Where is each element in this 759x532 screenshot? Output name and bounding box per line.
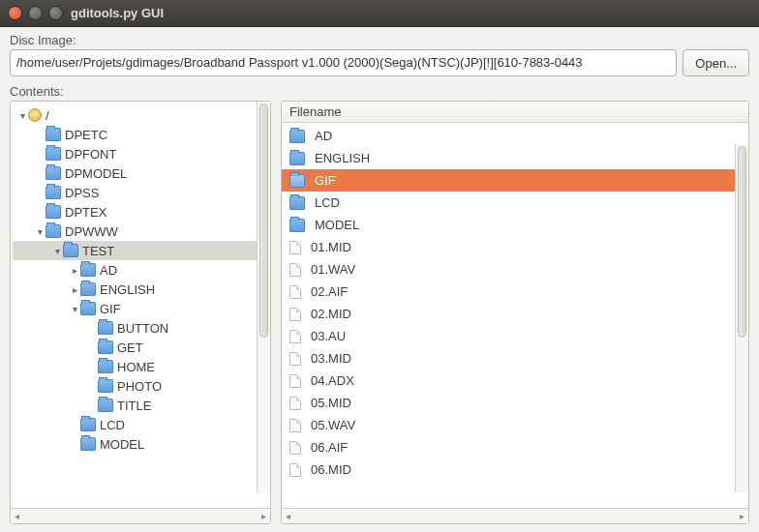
list-horizontal-scrollbar[interactable]: ◂ ▸ <box>282 508 748 523</box>
scroll-left-icon[interactable]: ◂ <box>13 511 21 521</box>
tree-item-label: TEST <box>82 244 120 258</box>
tree-item-label: TITLE <box>117 399 157 413</box>
folder-icon <box>98 379 113 393</box>
list-item[interactable]: LCD <box>282 192 748 214</box>
tree-item-label: / <box>46 108 55 123</box>
maximize-icon[interactable] <box>48 6 63 20</box>
tree-item-label: DPETC <box>65 128 113 142</box>
list-column-header[interactable]: Filename <box>282 102 748 123</box>
list-item-label: 03.AU <box>311 329 346 343</box>
tree-item[interactable]: DPSS <box>13 183 268 202</box>
chevron-down-icon[interactable]: ▾ <box>34 226 46 237</box>
chevron-down-icon[interactable]: ▾ <box>69 304 80 314</box>
list-item[interactable]: 03.MID <box>282 347 748 369</box>
file-icon <box>289 441 301 455</box>
file-icon <box>289 263 301 277</box>
tree-item-label: DPWWW <box>65 224 124 239</box>
tree-item-label: PHOTO <box>117 379 167 394</box>
file-icon <box>289 463 301 477</box>
list-item[interactable]: 02.AIF <box>282 281 748 303</box>
folder-icon <box>289 174 305 188</box>
scrollbar-thumb[interactable] <box>738 146 746 338</box>
list-item[interactable]: AD <box>282 125 748 147</box>
tree-item[interactable]: ▾DPWWW <box>13 222 268 241</box>
chevron-right-icon[interactable]: ▸ <box>69 265 80 276</box>
list-item-label: 05.MID <box>311 396 351 410</box>
tree-item[interactable]: PHOTO <box>13 376 268 396</box>
folder-icon <box>63 244 78 257</box>
tree-item[interactable]: ▾GIF <box>13 299 268 318</box>
list-item[interactable]: ENGLISH <box>282 147 748 169</box>
file-icon <box>289 241 301 254</box>
list-item[interactable]: GIF <box>282 169 748 192</box>
list-item[interactable]: 06.AIF <box>282 436 748 458</box>
list-item[interactable]: 05.WAV <box>282 414 748 436</box>
tree-item-label: BUTTON <box>117 321 174 336</box>
scroll-right-icon[interactable]: ▸ <box>259 511 268 521</box>
window-titlebar: gditools.py GUI <box>0 0 759 27</box>
list-item-label: ENGLISH <box>315 151 370 165</box>
chevron-right-icon[interactable]: ▸ <box>69 284 80 295</box>
list-item[interactable]: 04.ADX <box>282 369 748 392</box>
tree-item-label: DPTEX <box>65 205 112 220</box>
scroll-left-icon[interactable]: ◂ <box>284 511 292 521</box>
list-item[interactable]: 05.MID <box>282 392 748 414</box>
file-icon <box>289 308 301 321</box>
tree-horizontal-scrollbar[interactable]: ◂ ▸ <box>11 508 270 523</box>
tree-item[interactable]: BUTTON <box>13 318 268 338</box>
tree-item[interactable]: DPMODEL <box>13 163 268 183</box>
file-list-pane: Filename ADENGLISHGIFLCDMODEL01.MID01.WA… <box>281 101 749 524</box>
window-title: gditools.py GUI <box>71 6 164 20</box>
list-item-label: LCD <box>315 195 340 210</box>
list-item-label: 02.MID <box>311 307 351 321</box>
tree-item[interactable]: LCD <box>13 415 268 434</box>
contents-label: Contents: <box>10 84 749 99</box>
scrollbar-thumb[interactable] <box>259 103 268 338</box>
tree-item-label: LCD <box>100 418 131 432</box>
list-item-label: 01.MID <box>311 240 351 254</box>
folder-icon <box>46 166 61 180</box>
tree-item-label: HOME <box>117 360 161 374</box>
minimize-icon[interactable] <box>28 6 43 20</box>
tree-item[interactable]: ▸AD <box>13 260 268 280</box>
file-icon <box>289 285 301 299</box>
file-icon <box>289 352 301 366</box>
tree-item[interactable]: TITLE <box>13 396 268 415</box>
scroll-right-icon[interactable]: ▸ <box>738 511 746 521</box>
file-list[interactable]: ADENGLISHGIFLCDMODEL01.MID01.WAV02.AIF02… <box>282 123 748 483</box>
folder-icon <box>46 224 61 238</box>
tree-item[interactable]: ▾/ <box>13 105 268 125</box>
list-vertical-scrollbar[interactable] <box>735 144 748 492</box>
tree-vertical-scrollbar[interactable] <box>257 102 270 492</box>
list-item-label: MODEL <box>315 218 359 232</box>
list-item-label: 05.WAV <box>311 418 355 432</box>
list-item-label: 06.MID <box>311 462 351 477</box>
list-item[interactable]: 01.WAV <box>282 258 748 281</box>
folder-tree[interactable]: ▾/DPETCDPFONTDPMODELDPSSDPTEX▾DPWWW▾TEST… <box>11 102 270 458</box>
tree-item[interactable]: ▸ENGLISH <box>13 280 268 299</box>
tree-item[interactable]: HOME <box>13 357 268 376</box>
tree-item[interactable]: MODEL <box>13 434 268 454</box>
close-icon[interactable] <box>8 6 22 20</box>
disc-image-input[interactable]: /home/user/Projets/gdimages/Broadband Pa… <box>10 49 677 76</box>
list-item[interactable]: 03.AU <box>282 325 748 347</box>
tree-item[interactable]: ▾TEST <box>13 241 268 260</box>
folder-icon <box>46 205 61 219</box>
open-button[interactable]: Open... <box>683 49 749 76</box>
disc-image-label: Disc Image: <box>10 33 749 47</box>
tree-item[interactable]: DPETC <box>13 125 268 144</box>
list-item[interactable]: 02.MID <box>282 303 748 325</box>
tree-item[interactable]: DPFONT <box>13 144 268 163</box>
list-item[interactable]: 06.MID <box>282 458 748 481</box>
folder-icon <box>80 437 96 451</box>
tree-item-label: MODEL <box>100 437 150 452</box>
list-item[interactable]: 01.MID <box>282 236 748 258</box>
folder-icon <box>289 152 305 165</box>
folder-icon <box>98 340 113 354</box>
tree-item[interactable]: DPTEX <box>13 202 268 222</box>
tree-item[interactable]: GET <box>13 338 268 357</box>
chevron-down-icon[interactable]: ▾ <box>51 246 63 256</box>
file-icon <box>289 330 301 343</box>
list-item[interactable]: MODEL <box>282 214 748 236</box>
chevron-down-icon[interactable]: ▾ <box>16 110 28 121</box>
